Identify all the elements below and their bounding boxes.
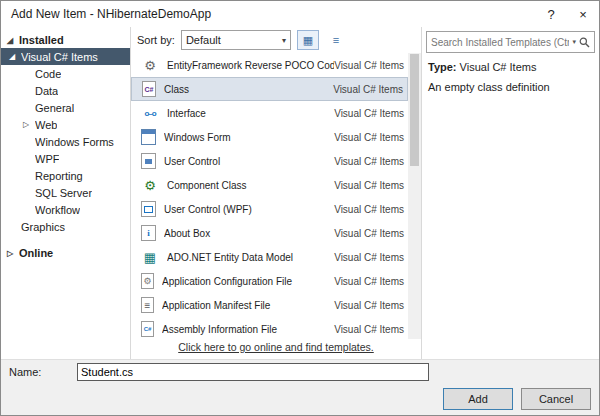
window-title: Add New Item - NHibernateDemoApp bbox=[1, 7, 535, 21]
template-item-about-box[interactable]: About Box Visual C# Items bbox=[131, 221, 408, 245]
template-type: Visual C# Items bbox=[333, 84, 403, 95]
name-label: Name: bbox=[9, 366, 77, 378]
scrollbar-thumb[interactable] bbox=[410, 54, 419, 166]
collapsed-arrow-icon: ▷ bbox=[7, 249, 19, 258]
template-name: Class bbox=[164, 84, 333, 95]
template-item-component-class[interactable]: Component Class Visual C# Items bbox=[131, 173, 408, 197]
template-type: Visual C# Items bbox=[334, 300, 404, 311]
installed-label: Installed bbox=[19, 34, 64, 46]
template-name: Interface bbox=[167, 108, 334, 119]
template-type: Visual C# Items bbox=[334, 228, 404, 239]
template-list-panel: Sort by: Default ▾ ▦ ≡ EntityFramework R… bbox=[131, 27, 421, 359]
template-item-application-configuration-file[interactable]: Application Configuration File Visual C#… bbox=[131, 269, 408, 293]
add-button[interactable]: Add bbox=[443, 388, 513, 410]
chevron-down-icon[interactable]: ▾ bbox=[569, 38, 579, 46]
button-row: Add Cancel bbox=[1, 383, 599, 415]
template-type: Visual C# Items bbox=[334, 156, 404, 167]
sidebar-item-general[interactable]: General bbox=[1, 99, 130, 116]
template-name: Assembly Information File bbox=[162, 324, 334, 335]
sidebar-item-windows-forms[interactable]: Windows Forms bbox=[1, 133, 130, 150]
online-label: Online bbox=[19, 247, 53, 259]
template-item-entityframework-reverse-poco-code-first-generator[interactable]: EntityFramework Reverse POCO Code First … bbox=[131, 53, 408, 77]
cancel-button[interactable]: Cancel bbox=[521, 388, 591, 410]
tree-item-label: Code bbox=[35, 68, 61, 80]
tree-item-label: Data bbox=[35, 85, 58, 97]
tree-item-label: WPF bbox=[35, 153, 59, 165]
search-icon[interactable] bbox=[579, 37, 590, 48]
tree-item-label: General bbox=[35, 102, 74, 114]
user-control-icon bbox=[141, 153, 156, 169]
name-input[interactable] bbox=[77, 363, 429, 381]
template-item-user-control-wpf[interactable]: User Control (WPF) Visual C# Items bbox=[131, 197, 408, 221]
app-config-file-icon bbox=[141, 273, 154, 289]
template-name: User Control (WPF) bbox=[164, 204, 334, 215]
sidebar-item-web[interactable]: ▷ Web bbox=[1, 116, 130, 133]
template-item-assembly-information-file[interactable]: Assembly Information File Visual C# Item… bbox=[131, 317, 408, 339]
sidebar-item-installed[interactable]: ◢ Installed bbox=[1, 32, 130, 48]
search-input[interactable] bbox=[431, 37, 569, 48]
template-type: Visual C# Items bbox=[334, 60, 404, 71]
help-button[interactable]: ? bbox=[535, 1, 567, 27]
expanded-arrow-icon: ◢ bbox=[7, 36, 19, 45]
template-item-class[interactable]: Class Visual C# Items bbox=[131, 77, 408, 101]
assembly-info-file-icon bbox=[141, 321, 154, 337]
vertical-scrollbar[interactable] bbox=[408, 53, 421, 339]
sidebar-item-graphics[interactable]: Graphics bbox=[1, 218, 130, 235]
tree-item-label: Graphics bbox=[21, 221, 65, 233]
sidebar-item-sql-server[interactable]: SQL Server bbox=[1, 184, 130, 201]
template-type: Visual C# Items bbox=[334, 132, 404, 143]
sidebar-item-online[interactable]: ▷ Online bbox=[1, 245, 130, 261]
user-control-wpf-icon bbox=[141, 201, 156, 217]
windows-form-icon bbox=[141, 129, 156, 145]
sidebar-item-code[interactable]: Code bbox=[1, 65, 130, 82]
template-type: Visual C# Items bbox=[334, 324, 404, 335]
sidebar-item-workflow[interactable]: Workflow bbox=[1, 201, 130, 218]
tree-item-label: Reporting bbox=[35, 170, 83, 182]
dialog-body: ◢ Installed ◢ Visual C# Items Code Data … bbox=[1, 27, 599, 359]
template-list: EntityFramework Reverse POCO Code First … bbox=[131, 53, 421, 339]
sidebar-item-visual-c-items[interactable]: ◢ Visual C# Items bbox=[1, 48, 130, 65]
close-button[interactable]: × bbox=[567, 1, 599, 27]
sort-by-label: Sort by: bbox=[137, 34, 175, 46]
template-name: Windows Form bbox=[164, 132, 334, 143]
template-item-application-manifest-file[interactable]: Application Manifest File Visual C# Item… bbox=[131, 293, 408, 317]
sidebar-item-reporting[interactable]: Reporting bbox=[1, 167, 130, 184]
detail-panel: ▾ Type: Visual C# Items An empty class d… bbox=[421, 27, 599, 359]
template-type: Visual C# Items bbox=[334, 276, 404, 287]
tree-arrow-icon: ◢ bbox=[9, 52, 21, 61]
title-bar: Add New Item - NHibernateDemoApp ? × bbox=[1, 1, 599, 27]
class-icon bbox=[142, 81, 156, 97]
online-templates-link[interactable]: Click here to go online and find templat… bbox=[178, 341, 374, 353]
about-box-icon bbox=[141, 225, 156, 241]
chevron-down-icon: ▾ bbox=[282, 36, 286, 45]
template-item-interface[interactable]: Interface Visual C# Items bbox=[131, 101, 408, 125]
component-class-icon bbox=[141, 177, 159, 193]
tree-item-label: SQL Server bbox=[35, 187, 92, 199]
template-item-user-control[interactable]: User Control Visual C# Items bbox=[131, 149, 408, 173]
app-manifest-file-icon bbox=[141, 297, 154, 313]
footer-link-area: Click here to go online and find templat… bbox=[131, 339, 421, 359]
template-name: User Control bbox=[164, 156, 334, 167]
description-text: An empty class definition bbox=[428, 81, 593, 93]
sort-toolbar: Sort by: Default ▾ ▦ ≡ bbox=[131, 27, 421, 53]
template-type: Visual C# Items bbox=[334, 108, 404, 119]
ef-poco-generator-icon bbox=[141, 57, 159, 73]
sidebar-item-data[interactable]: Data bbox=[1, 82, 130, 99]
template-item-ado-net-entity-data-model[interactable]: ADO.NET Entity Data Model Visual C# Item… bbox=[131, 245, 408, 269]
list-view-button[interactable]: ≡ bbox=[325, 30, 347, 50]
sidebar-item-wpf[interactable]: WPF bbox=[1, 150, 130, 167]
sort-dropdown-value: Default bbox=[186, 34, 282, 46]
tree-arrow-icon: ▷ bbox=[23, 120, 35, 129]
sort-dropdown[interactable]: Default ▾ bbox=[181, 30, 291, 50]
add-new-item-dialog: Add New Item - NHibernateDemoApp ? × ◢ I… bbox=[0, 0, 600, 416]
tree-item-label: Windows Forms bbox=[35, 136, 114, 148]
template-name: Application Configuration File bbox=[162, 276, 334, 287]
template-description: Type: Visual C# Items An empty class def… bbox=[426, 53, 595, 93]
ado-entity-data-model-icon bbox=[141, 249, 159, 265]
tree-item-label: Workflow bbox=[35, 204, 80, 216]
search-box: ▾ bbox=[426, 31, 595, 53]
tree-item-label: Visual C# Items bbox=[21, 51, 98, 63]
template-item-windows-form[interactable]: Windows Form Visual C# Items bbox=[131, 125, 408, 149]
category-tree-panel: ◢ Installed ◢ Visual C# Items Code Data … bbox=[1, 27, 131, 359]
small-icons-view-button[interactable]: ▦ bbox=[297, 30, 319, 50]
